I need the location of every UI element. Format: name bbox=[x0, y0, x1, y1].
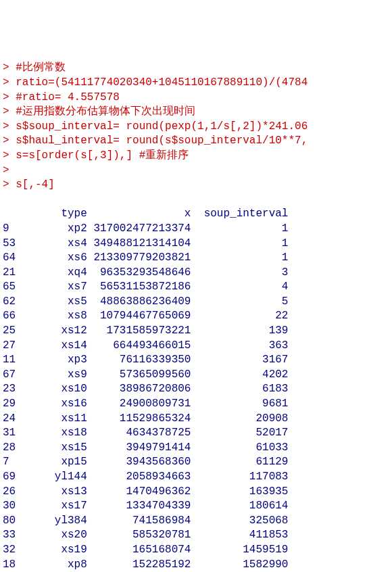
console-line: > #比例常数 bbox=[3, 61, 392, 76]
row-x: 664493466015 bbox=[87, 339, 191, 354]
row-x: 165168074 bbox=[87, 543, 191, 558]
console-line: > s$haul_interval= round(s$soup_interval… bbox=[3, 134, 392, 149]
table-row: 67xs9573650995604202 bbox=[3, 368, 392, 383]
row-index: 65 bbox=[3, 280, 22, 295]
table-row: 23xs10389867208066183 bbox=[3, 382, 392, 397]
row-x: 3943568360 bbox=[87, 455, 191, 470]
table-row: 66xs81079446776506922 bbox=[3, 309, 392, 324]
table-row: 62xs5488638862364095 bbox=[3, 295, 392, 310]
row-type: xs17 bbox=[22, 499, 87, 514]
row-x: 38986720806 bbox=[87, 382, 191, 397]
row-soup-interval: 325068 bbox=[191, 514, 288, 529]
row-type: xs5 bbox=[22, 295, 87, 310]
row-type: xs15 bbox=[22, 441, 87, 456]
row-index: 27 bbox=[3, 339, 22, 354]
table-row: 11xp3761163393503167 bbox=[3, 353, 392, 368]
row-x: 317002477213374 bbox=[87, 222, 191, 237]
row-type: xs14 bbox=[22, 339, 87, 354]
table-row: 30xs171334704339180614 bbox=[3, 499, 392, 514]
row-index: 23 bbox=[3, 382, 22, 397]
row-x: 48863886236409 bbox=[87, 295, 191, 310]
table-row: 25xs121731585973221139 bbox=[3, 324, 392, 339]
row-index: 69 bbox=[3, 470, 22, 485]
row-x: 1334704339 bbox=[87, 499, 191, 514]
row-x: 152285192 bbox=[87, 558, 191, 572]
row-soup-interval: 4 bbox=[191, 280, 288, 295]
row-soup-interval: 180614 bbox=[191, 499, 288, 514]
row-soup-interval: 4202 bbox=[191, 368, 288, 383]
row-soup-interval: 6183 bbox=[191, 382, 288, 397]
row-x: 2058934663 bbox=[87, 470, 191, 485]
row-type: xs16 bbox=[22, 397, 87, 412]
console-line: > s[,-4] bbox=[3, 178, 392, 193]
row-soup-interval: 1459519 bbox=[191, 543, 288, 558]
table-row: 24xs111152986532420908 bbox=[3, 412, 392, 427]
row-x: 349488121314104 bbox=[87, 237, 191, 252]
row-index: 53 bbox=[3, 237, 22, 252]
row-type: xs12 bbox=[22, 324, 87, 339]
row-soup-interval: 1 bbox=[191, 237, 288, 252]
row-x: 10794467765069 bbox=[87, 309, 191, 324]
row-type: xq4 bbox=[22, 266, 87, 281]
row-soup-interval: 117083 bbox=[191, 470, 288, 485]
table-row: 18xp81522851921582990 bbox=[3, 558, 392, 572]
table-row: 26xs131470496362163935 bbox=[3, 485, 392, 500]
col-x-header: x bbox=[87, 207, 191, 222]
row-x: 76116339350 bbox=[87, 353, 191, 368]
row-x: 1731585973221 bbox=[87, 324, 191, 339]
row-index: 66 bbox=[3, 309, 22, 324]
row-x: 1470496362 bbox=[87, 485, 191, 500]
row-x: 11529865324 bbox=[87, 412, 191, 427]
row-soup-interval: 1 bbox=[191, 222, 288, 237]
row-type: xs18 bbox=[22, 426, 87, 441]
table-row: 53xs43494881213141041 bbox=[3, 237, 392, 252]
row-x: 3949791414 bbox=[87, 441, 191, 456]
table-row: 65xs7565311538721864 bbox=[3, 280, 392, 295]
console-output: > #比例常数> ratio=(54111774020340+104511016… bbox=[3, 61, 392, 192]
row-x: 56531153872186 bbox=[87, 280, 191, 295]
console-line: > s=s[order(s[,3]),] #重新排序 bbox=[3, 149, 392, 164]
console-line: > ratio=(54111774020340+1045110167889110… bbox=[3, 76, 392, 91]
row-index: 11 bbox=[3, 353, 22, 368]
table-output: typexsoup_interval9xp2317002477213374153… bbox=[3, 207, 392, 572]
row-x: 57365099560 bbox=[87, 368, 191, 383]
row-x: 4634378725 bbox=[87, 426, 191, 441]
row-type: yl384 bbox=[22, 514, 87, 529]
row-soup-interval: 1582990 bbox=[191, 558, 288, 572]
table-row: 64xs62133097792038211 bbox=[3, 251, 392, 266]
console-line: > bbox=[3, 164, 392, 178]
row-soup-interval: 20908 bbox=[191, 412, 288, 427]
row-type: yl144 bbox=[22, 470, 87, 485]
row-soup-interval: 1 bbox=[191, 251, 288, 266]
row-index: 26 bbox=[3, 485, 22, 500]
row-soup-interval: 411853 bbox=[191, 528, 288, 543]
row-soup-interval: 363 bbox=[191, 339, 288, 354]
console-line: > s$soup_interval= round(pexp(1,1/s[,2])… bbox=[3, 120, 392, 135]
row-type: xs9 bbox=[22, 368, 87, 383]
row-soup-interval: 3 bbox=[191, 266, 288, 281]
table-row: 69yl1442058934663117083 bbox=[3, 470, 392, 485]
row-index: 28 bbox=[3, 441, 22, 456]
table-row: 32xs191651680741459519 bbox=[3, 543, 392, 558]
row-index: 30 bbox=[3, 499, 22, 514]
table-row: 9xp23170024772133741 bbox=[3, 222, 392, 237]
row-soup-interval: 61033 bbox=[191, 441, 288, 456]
table-row: 27xs14664493466015363 bbox=[3, 339, 392, 354]
row-type: xs20 bbox=[22, 528, 87, 543]
table-row: 28xs15394979141461033 bbox=[3, 441, 392, 456]
row-index: 33 bbox=[3, 528, 22, 543]
row-soup-interval: 139 bbox=[191, 324, 288, 339]
row-type: xs11 bbox=[22, 412, 87, 427]
row-index: 80 bbox=[3, 514, 22, 529]
row-index: 7 bbox=[3, 455, 22, 470]
row-soup-interval: 52017 bbox=[191, 426, 288, 441]
row-x: 741586984 bbox=[87, 514, 191, 529]
row-type: xs13 bbox=[22, 485, 87, 500]
row-x: 585320781 bbox=[87, 528, 191, 543]
row-soup-interval: 3167 bbox=[191, 353, 288, 368]
row-type: xp3 bbox=[22, 353, 87, 368]
row-index: 64 bbox=[3, 251, 22, 266]
row-x: 213309779203821 bbox=[87, 251, 191, 266]
row-index: 9 bbox=[3, 222, 22, 237]
console-line: > #ratio= 4.557578 bbox=[3, 91, 392, 105]
